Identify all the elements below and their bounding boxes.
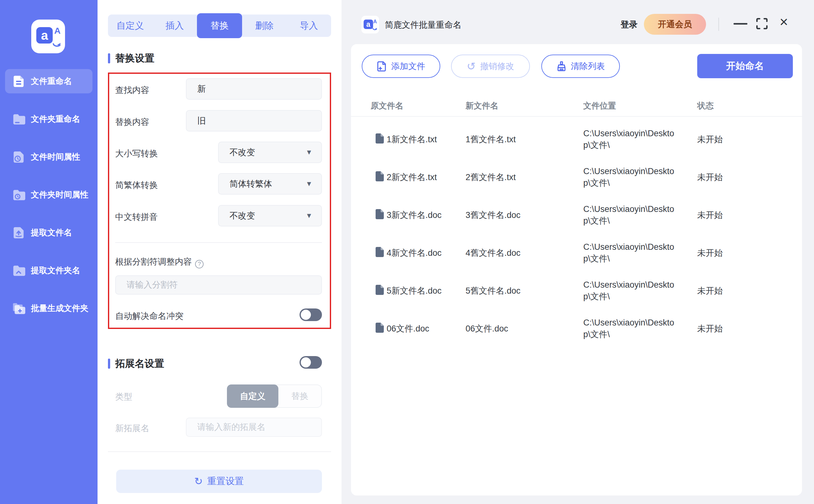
type-label: 类型	[115, 391, 132, 402]
sidebar-item-label: 文件夹重命名	[31, 114, 80, 125]
old-filename: 2新文件名.txt	[386, 172, 437, 183]
sidebar-item-extract-filename[interactable]: 提取文件名	[5, 220, 92, 245]
file-path: C:\Users\xiaoyin\Desktop\文件\	[583, 166, 678, 189]
chevron-down-icon: ▼	[305, 212, 312, 220]
logo-a-icon: a	[363, 20, 373, 29]
clear-list-button[interactable]: 清除列表	[541, 55, 620, 78]
broom-icon	[557, 61, 567, 72]
find-label: 查找内容	[115, 85, 149, 96]
extension-settings-title: 拓展名设置	[108, 357, 164, 370]
vip-button[interactable]: 开通会员	[644, 14, 706, 35]
new-filename: 06文件.doc	[466, 323, 583, 334]
divider	[108, 451, 331, 452]
titlebar-app-logo: a A	[361, 16, 379, 33]
sidebar-item-file-rename[interactable]: 文件重命名	[5, 69, 92, 93]
tab-insert[interactable]: 插入	[152, 20, 197, 32]
file-icon	[375, 247, 384, 257]
file-icon	[375, 133, 384, 144]
sidebar-item-label: 提取文件名	[31, 227, 72, 238]
find-input[interactable]	[186, 78, 322, 100]
add-file-icon	[377, 61, 387, 72]
file-path: C:\Users\xiaoyin\Desktop\文件\	[583, 317, 678, 340]
undo-icon: ↺	[467, 60, 476, 73]
sidebar-item-label: 文件时间属性	[31, 151, 80, 162]
status-label: 未开始	[697, 285, 793, 296]
old-filename: 4新文件名.doc	[386, 247, 442, 259]
toggle-knob	[301, 310, 311, 320]
new-extension-label: 新拓展名	[115, 423, 149, 434]
sidebar-item-label: 提取文件夹名	[31, 265, 80, 276]
extension-type-segment: 自定义 替换	[227, 384, 322, 408]
batch-create-folder-icon	[12, 302, 25, 315]
segment-option-replace[interactable]: 替换	[278, 385, 321, 407]
titlebar-divider	[718, 18, 719, 31]
status-label: 未开始	[697, 172, 793, 183]
table-row: 06文件.doc 06文件.doc C:\Users\xiaoyin\Deskt…	[375, 310, 793, 348]
file-path: C:\Users\xiaoyin\Desktop\文件\	[583, 203, 678, 227]
table-row: 5新文件名.doc 5舊文件名.doc C:\Users\xiaoyin\Des…	[375, 272, 793, 310]
new-filename: 1舊文件名.txt	[466, 134, 583, 145]
reset-settings-button[interactable]: ↻ 重置设置	[116, 470, 322, 493]
file-list-card: 添加文件 ↺ 撤销修改 清除列表 开始命名 原文件名 新文件名 文件位置 状态	[351, 44, 802, 495]
start-rename-button[interactable]: 开始命名	[697, 54, 793, 78]
file-time-icon	[12, 150, 25, 164]
sidebar-item-label: 文件重命名	[31, 76, 72, 87]
table-header: 原文件名 新文件名 文件位置 状态	[370, 98, 793, 114]
table-row: 3新文件名.doc 3舊文件名.doc C:\Users\xiaoyin\Des…	[375, 196, 793, 234]
minimize-button[interactable]	[734, 23, 747, 25]
sidebar-item-folder-rename[interactable]: 文件夹重命名	[5, 107, 92, 131]
table-row: 2新文件名.txt 2舊文件名.txt C:\Users\xiaoyin\Des…	[375, 158, 793, 196]
conflict-toggle[interactable]	[299, 308, 322, 321]
help-icon[interactable]: ?	[195, 260, 203, 268]
file-icon	[375, 323, 384, 333]
close-button[interactable]: ×	[780, 15, 788, 29]
login-button[interactable]: 登录	[621, 19, 638, 30]
main-panel: a A 简鹿文件批量重命名 登录 开通会员 × 添加文件 ↺ 撤销修改	[341, 0, 814, 504]
old-filename: 06文件.doc	[386, 323, 429, 335]
separator-label: 根据分割符调整内容?	[115, 256, 203, 268]
column-header-path: 文件位置	[583, 100, 697, 111]
app-logo: a A	[31, 20, 65, 53]
replace-input[interactable]	[186, 110, 322, 132]
table-row: 4新文件名.doc 4舊文件名.doc C:\Users\xiaoyin\Des…	[375, 234, 793, 272]
sidebar-item-label: 文件夹时间属性	[31, 189, 88, 200]
folder-rename-icon	[12, 113, 25, 126]
extension-toggle[interactable]	[299, 356, 322, 369]
separator-input[interactable]	[115, 275, 322, 295]
window-title: 简鹿文件批量重命名	[385, 19, 462, 31]
case-convert-select[interactable]: 不改变 ▼	[218, 142, 322, 163]
new-filename: 4舊文件名.doc	[466, 247, 583, 259]
maximize-button[interactable]	[756, 17, 768, 30]
table-row: 1新文件名.txt 1舊文件名.txt C:\Users\xiaoyin\Des…	[375, 120, 793, 158]
mode-tabbar: 自定义 插入 替换 删除 导入	[108, 15, 331, 37]
column-header-old-name: 原文件名	[370, 100, 466, 111]
table-header-divider	[351, 116, 802, 117]
chevron-down-icon: ▼	[305, 180, 312, 188]
sidebar-item-batch-create-folder[interactable]: 批量生成文件夹	[5, 296, 92, 320]
status-label: 未开始	[697, 323, 793, 334]
sidebar-item-file-time[interactable]: 文件时间属性	[5, 145, 92, 169]
column-header-status: 状态	[697, 100, 793, 111]
undo-button[interactable]: ↺ 撤销修改	[451, 55, 530, 78]
settings-panel: 自定义 插入 替换 删除 导入 替换设置 查找内容 替换内容 大小写转换 不改变…	[97, 0, 341, 504]
chevron-down-icon: ▼	[305, 148, 312, 156]
status-label: 未开始	[697, 209, 793, 221]
tab-replace[interactable]: 替换	[197, 13, 242, 38]
add-files-button[interactable]: 添加文件	[362, 55, 440, 78]
file-path: C:\Users\xiaoyin\Desktop\文件\	[583, 241, 678, 265]
segment-option-custom[interactable]: 自定义	[227, 384, 278, 408]
new-filename: 3舊文件名.doc	[466, 209, 583, 221]
new-extension-input[interactable]	[186, 418, 322, 437]
logo-A-icon: A	[54, 26, 61, 36]
sidebar-item-extract-foldername[interactable]: 提取文件夹名	[5, 258, 92, 283]
sidebar-item-folder-time[interactable]: 文件夹时间属性	[5, 183, 92, 207]
old-filename: 3新文件名.doc	[386, 209, 442, 221]
file-path: C:\Users\xiaoyin\Desktop\文件\	[583, 279, 678, 302]
tab-custom[interactable]: 自定义	[108, 20, 152, 32]
tab-import[interactable]: 导入	[286, 20, 331, 32]
logo-A-icon: A	[373, 19, 377, 25]
pinyin-convert-select[interactable]: 不改变 ▼	[218, 205, 322, 226]
tab-delete[interactable]: 删除	[242, 20, 286, 32]
zh-convert-select[interactable]: 简体转繁体 ▼	[218, 173, 322, 195]
status-label: 未开始	[697, 134, 793, 145]
